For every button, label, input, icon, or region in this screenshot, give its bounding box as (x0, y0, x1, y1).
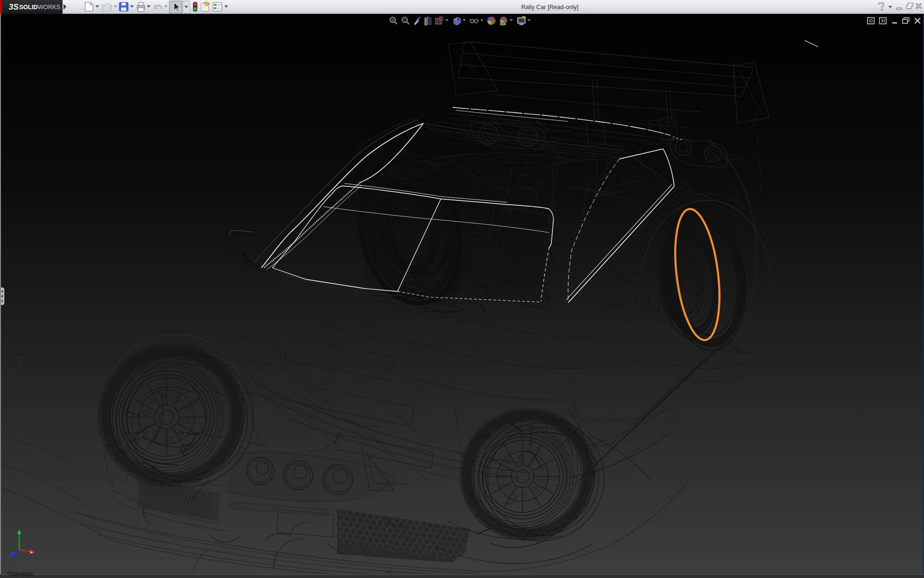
svg-text:z: z (6, 563, 9, 568)
